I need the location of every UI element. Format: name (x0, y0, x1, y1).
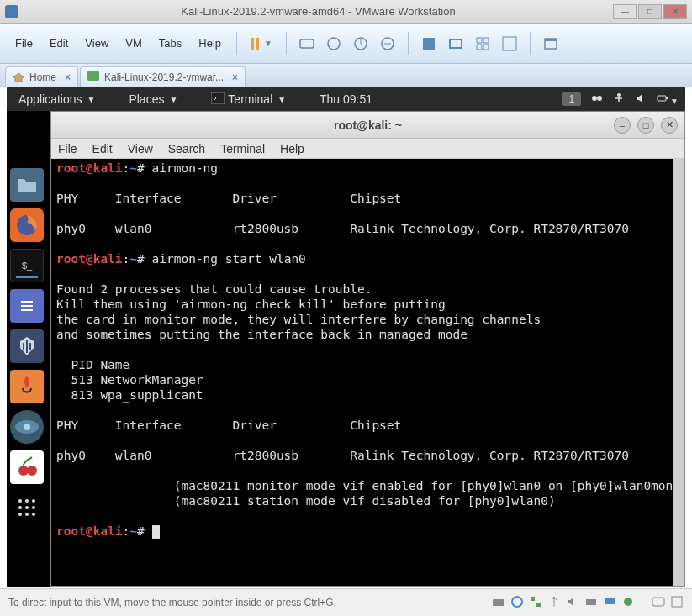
term-menu-edit[interactable]: Edit (92, 142, 113, 155)
workspace-indicator[interactable]: 1 (562, 92, 581, 106)
svg-rect-4 (423, 38, 435, 50)
hdd-icon[interactable] (492, 595, 505, 611)
close-button[interactable]: ✕ (663, 4, 687, 19)
terminal-close-button[interactable]: ✕ (661, 117, 678, 134)
term-menu-help[interactable]: Help (280, 142, 304, 155)
power-icon[interactable]: ▼ (657, 92, 679, 107)
menu-tabs[interactable]: Tabs (152, 34, 188, 53)
record-icon[interactable] (591, 92, 603, 107)
terminal-maximize-button[interactable]: □ (637, 117, 654, 134)
vm-running-icon (87, 71, 99, 83)
svg-point-22 (18, 499, 22, 503)
snapshot-manager-button[interactable] (349, 32, 372, 55)
terminal-titlebar[interactable]: root@kali: ~ – □ ✕ (51, 112, 684, 139)
svg-point-29 (25, 513, 29, 516)
pause-vm-button[interactable]: ▼ (246, 36, 277, 51)
svg-point-12 (597, 96, 602, 101)
svg-rect-5 (450, 39, 462, 48)
stretch-button[interactable] (498, 32, 521, 55)
menu-edit[interactable]: Edit (43, 34, 75, 53)
terminal-menubar: File Edit View Search Terminal Help (51, 139, 684, 159)
menu-file[interactable]: File (8, 34, 40, 53)
vmware-icon (5, 5, 18, 18)
close-icon[interactable]: × (232, 71, 238, 83)
dock-text-editor[interactable] (10, 289, 44, 323)
vm-screen[interactable]: Applications▼ Places▼ Terminal▼ Thu 09:5… (7, 87, 685, 587)
close-icon[interactable]: × (65, 71, 71, 83)
svg-point-26 (25, 506, 29, 509)
svg-point-28 (18, 513, 22, 516)
term-menu-view[interactable]: View (128, 142, 153, 155)
library-button[interactable] (539, 32, 563, 55)
dock-metasploit[interactable] (10, 329, 44, 363)
dock-show-apps[interactable] (10, 491, 44, 524)
tab-kali[interactable]: Kali-Linux-2019.2-vmwar... × (80, 66, 246, 87)
svg-rect-8 (545, 39, 557, 41)
sound-icon[interactable] (566, 595, 579, 611)
tab-home[interactable]: Home × (5, 66, 78, 87)
dock-terminal[interactable]: $_ (10, 249, 44, 282)
svg-point-27 (32, 506, 35, 509)
svg-rect-35 (586, 599, 596, 605)
menu-view[interactable]: View (78, 34, 115, 53)
svg-rect-34 (536, 603, 541, 607)
terminal-scrollbar[interactable] (673, 159, 684, 586)
maximize-button[interactable]: □ (638, 4, 662, 19)
vmware-statusbar: To direct input to this VM, move the mou… (0, 588, 692, 616)
tab-kali-label: Kali-Linux-2019.2-vmwar... (104, 71, 224, 83)
terminal-icon (211, 92, 225, 107)
cd-icon[interactable] (510, 595, 524, 611)
terminal-menu[interactable]: Terminal▼ (208, 91, 289, 108)
terminal-body[interactable]: root@kali:~# airmon-ng PHY Interface Dri… (51, 159, 684, 586)
fullscreen-button[interactable] (417, 32, 441, 55)
svg-point-32 (512, 597, 522, 607)
terminal-minimize-button[interactable]: – (614, 117, 631, 134)
svg-rect-33 (531, 597, 535, 601)
svg-point-23 (25, 499, 29, 503)
send-keys-button[interactable] (295, 32, 319, 55)
status-message: To direct input to this VM, move the mou… (8, 597, 336, 608)
printer-icon[interactable] (584, 595, 598, 611)
minimize-button[interactable]: — (613, 4, 637, 19)
usb-icon[interactable] (547, 595, 561, 611)
dock-firefox[interactable] (10, 208, 44, 242)
svg-point-24 (32, 499, 35, 503)
menu-vm[interactable]: VM (119, 34, 149, 53)
home-icon (13, 72, 24, 82)
menu-help[interactable]: Help (192, 34, 228, 53)
network-icon[interactable] (529, 595, 542, 611)
svg-point-13 (617, 93, 621, 97)
term-menu-file[interactable]: File (58, 142, 77, 155)
svg-rect-9 (87, 71, 99, 81)
vmware-titlebar: Kali-Linux-2019.2-vmware-amd64 - VMware … (0, 0, 692, 24)
dock-files[interactable] (10, 168, 44, 202)
term-menu-search[interactable]: Search (168, 142, 205, 155)
device-icon[interactable] (621, 595, 635, 611)
dock-cherrytree[interactable] (10, 450, 44, 484)
svg-point-11 (592, 96, 597, 101)
message-icon[interactable] (652, 595, 665, 611)
svg-point-30 (32, 513, 35, 516)
svg-point-1 (328, 38, 340, 50)
fullscreen-icon[interactable] (670, 595, 684, 611)
kali-topbar: Applications▼ Places▼ Terminal▼ Thu 09:5… (7, 87, 685, 111)
svg-rect-0 (300, 39, 314, 48)
svg-point-37 (624, 598, 632, 606)
revert-button[interactable] (376, 32, 399, 55)
kali-dock: $_ (10, 168, 47, 524)
display-icon[interactable] (603, 595, 616, 611)
console-view-button[interactable] (471, 32, 494, 55)
vmware-window-title: Kali-Linux-2019.2-vmware-amd64 - VMware … (24, 5, 613, 18)
dock-armitage[interactable] (10, 370, 44, 403)
snapshot-button[interactable] (322, 32, 346, 55)
svg-point-21 (27, 466, 37, 476)
term-menu-terminal[interactable]: Terminal (220, 142, 265, 155)
svg-rect-6 (503, 37, 516, 50)
accessibility-icon[interactable] (613, 92, 625, 107)
dock-maltego[interactable] (10, 410, 44, 444)
volume-icon[interactable] (635, 92, 647, 107)
clock[interactable]: Thu 09:51 (320, 92, 372, 106)
applications-menu[interactable]: Applications▼ (15, 91, 98, 108)
unity-button[interactable] (444, 32, 467, 55)
places-menu[interactable]: Places▼ (125, 91, 181, 108)
